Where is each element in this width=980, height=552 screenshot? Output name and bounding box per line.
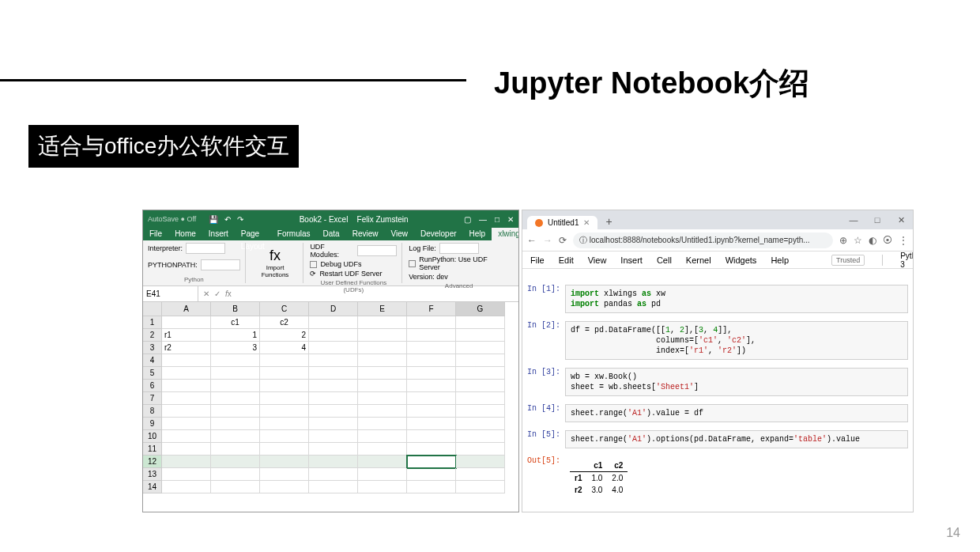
cell-G13[interactable] [456,468,505,481]
cell-F6[interactable] [407,380,456,392]
url-input[interactable]: ⓘ localhost:8888/notebooks/Untitled1.ipy… [573,233,833,248]
cell-B1[interactable]: c1 [211,316,260,329]
code-cell[interactable]: wb = xw.Book() sheet = wb.sheets['Sheet1… [565,368,908,396]
row-header[interactable]: 9 [143,418,162,430]
new-tab-button[interactable]: + [599,214,618,229]
cell-C9[interactable] [260,418,309,430]
notebook-area[interactable]: In [1]:import xlwings as xw import panda… [522,269,913,512]
cell-B5[interactable] [211,367,260,380]
cell-C3[interactable]: 4 [260,342,309,354]
jupyter-menu-edit[interactable]: Edit [559,255,574,265]
col-header[interactable]: F [407,302,456,316]
back-icon[interactable]: ← [527,235,537,246]
code-cell[interactable]: sheet.range('A1').options(pd.DataFrame, … [565,430,908,448]
excel-tab-formulas[interactable]: Formulas [271,228,317,240]
cell-D2[interactable] [309,329,358,342]
tab-close-icon[interactable]: ✕ [583,218,590,227]
cell-A11[interactable] [162,443,211,456]
excel-tab-file[interactable]: File [143,228,168,240]
browser-tab[interactable]: Untitled1 ✕ [527,216,597,229]
cell-E7[interactable] [358,392,407,405]
cell-B14[interactable] [211,481,260,493]
jupyter-menu-help[interactable]: Help [771,255,789,265]
cell-F8[interactable] [407,405,456,418]
row-header[interactable]: 8 [143,405,162,418]
bookmark-icon[interactable]: ☆ [854,235,862,246]
excel-tab-help[interactable]: Help [463,228,492,240]
cell-B9[interactable] [211,418,260,430]
cell-E6[interactable] [358,380,407,392]
row-header[interactable]: 12 [143,456,162,468]
profile-icon[interactable]: ⦿ [883,235,892,246]
cell-E14[interactable] [358,481,407,493]
udf-modules-input[interactable] [357,245,397,256]
cell-A4[interactable] [162,354,211,367]
cell-D4[interactable] [309,354,358,367]
cell-B12[interactable] [211,456,260,468]
cell-C2[interactable]: 2 [260,329,309,342]
excel-tab-data[interactable]: Data [317,228,346,240]
jupyter-menu-widgets[interactable]: Widgets [726,255,757,265]
row-header[interactable]: 2 [143,329,162,342]
cell-G6[interactable] [456,380,505,392]
cell-G7[interactable] [456,392,505,405]
logfile-input[interactable] [439,243,479,254]
autosave-toggle[interactable]: AutoSave ● Off [148,215,196,223]
cell-F7[interactable] [407,392,456,405]
jupyter-menu-view[interactable]: View [588,255,607,265]
cell-A14[interactable] [162,481,211,493]
cell-A5[interactable] [162,367,211,380]
reload-icon[interactable]: ⟳ [559,235,567,246]
excel-tab-developer[interactable]: Developer [414,228,463,240]
row-header[interactable]: 13 [143,468,162,481]
cell-A10[interactable] [162,430,211,443]
cell-F4[interactable] [407,354,456,367]
excel-tab-home[interactable]: Home [168,228,202,240]
row-header[interactable]: 5 [143,367,162,380]
jupyter-menu-cell[interactable]: Cell [657,255,672,265]
browser-close-icon[interactable]: ✕ [889,210,913,229]
cell-B7[interactable] [211,392,260,405]
row-header[interactable]: 7 [143,392,162,405]
cell-F3[interactable] [407,342,456,354]
cell-C7[interactable] [260,392,309,405]
row-header[interactable]: 4 [143,354,162,367]
cell-G5[interactable] [456,367,505,380]
trusted-badge[interactable]: Trusted [831,255,865,266]
jupyter-menu-kernel[interactable]: Kernel [686,255,711,265]
jupyter-menu-insert[interactable]: Insert [620,255,643,265]
cell-A12[interactable] [162,456,211,468]
cell-C5[interactable] [260,367,309,380]
cells-grid[interactable]: c1c2r112r234 [162,316,518,493]
cell-A6[interactable] [162,380,211,392]
cell-C12[interactable] [260,456,309,468]
cell-E8[interactable] [358,405,407,418]
cell-F5[interactable] [407,367,456,380]
cell-B3[interactable]: 3 [211,342,260,354]
kernel-name[interactable]: Python 3 [900,251,914,269]
col-header[interactable]: B [211,302,260,316]
row-header[interactable]: 10 [143,430,162,443]
restart-icon[interactable]: ⟳ [310,270,316,278]
zoom-icon[interactable]: ⊕ [839,235,847,246]
browser-maximize-icon[interactable]: □ [865,210,889,229]
maximize-icon[interactable]: □ [495,215,499,224]
excel-tab-page-layout[interactable]: Page Layout [235,228,271,240]
cell-D9[interactable] [309,418,358,430]
excel-tab-review[interactable]: Review [346,228,385,240]
excel-tab-insert[interactable]: Insert [202,228,235,240]
row-header[interactable]: 11 [143,443,162,456]
cell-D13[interactable] [309,468,358,481]
debug-udfs-checkbox[interactable] [310,261,317,268]
cell-E3[interactable] [358,342,407,354]
cell-F13[interactable] [407,468,456,481]
code-cell[interactable]: df = pd.DataFrame([[1, 2],[3, 4]], colum… [565,321,908,360]
col-header[interactable]: C [260,302,309,316]
cell-D11[interactable] [309,443,358,456]
cell-A9[interactable] [162,418,211,430]
cell-E10[interactable] [358,430,407,443]
cell-F1[interactable] [407,316,456,329]
cell-B13[interactable] [211,468,260,481]
cell-E5[interactable] [358,367,407,380]
col-header[interactable]: G [456,302,505,316]
